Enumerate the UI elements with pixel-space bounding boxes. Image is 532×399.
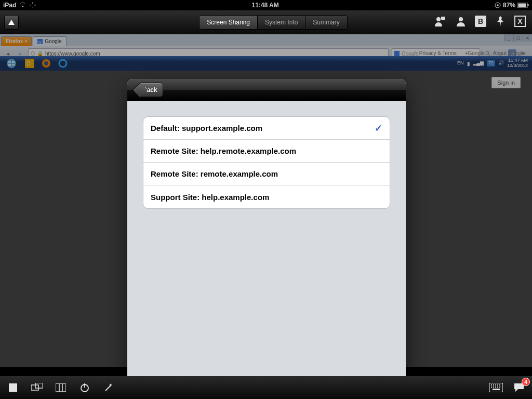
close-x-button[interactable]: X (514, 16, 526, 27)
site-row-default[interactable]: Default: support.example.com ✓ (143, 117, 390, 140)
keyboard-icon[interactable] (489, 381, 503, 394)
svg-rect-41 (495, 387, 496, 388)
battery-icon (517, 3, 529, 8)
svg-rect-2 (30, 5, 31, 5)
person-icon[interactable] (454, 15, 468, 28)
back-button[interactable]: Back (139, 83, 163, 97)
svg-rect-24 (9, 383, 17, 392)
tab-summary[interactable]: Summary (305, 16, 347, 29)
site-row-remote-help[interactable]: Remote Site: help.remote.example.com (143, 140, 390, 163)
app-top-toolbar: Screen Sharing System Info Summary B X (0, 10, 532, 34)
svg-rect-7 (518, 4, 526, 7)
site-row-support-help[interactable]: Support Site: help.example.com (143, 185, 390, 208)
view-segmented-control: Screen Sharing System Info Summary (199, 15, 347, 30)
chat-icon[interactable] (512, 381, 526, 394)
loading-spinner-icon (30, 2, 36, 8)
svg-rect-0 (33, 2, 33, 4)
svg-rect-36 (495, 384, 496, 385)
svg-rect-40 (493, 387, 494, 388)
svg-rect-43 (499, 387, 500, 388)
svg-rect-5 (497, 5, 498, 6)
svg-rect-1 (33, 7, 33, 8)
power-icon[interactable] (78, 381, 91, 394)
svg-rect-38 (499, 384, 500, 385)
pin-icon[interactable] (494, 15, 507, 28)
svg-rect-35 (493, 384, 494, 385)
site-row-label: Support Site: help.example.com (151, 193, 269, 202)
site-row-label: Default: support.example.com (151, 124, 262, 132)
svg-point-9 (436, 17, 441, 21)
bold-b-button[interactable]: B (475, 16, 486, 27)
screens-icon[interactable] (30, 381, 44, 394)
svg-rect-27 (56, 383, 66, 392)
svg-point-11 (459, 17, 463, 21)
site-row-remote[interactable]: Remote Site: remote.example.com (143, 163, 390, 185)
svg-line-32 (105, 385, 111, 391)
wifi-icon (19, 3, 26, 8)
svg-rect-42 (497, 387, 498, 388)
svg-rect-25 (31, 385, 38, 390)
battery-percent: 87% (503, 2, 515, 9)
site-list: Default: support.example.com ✓ Remote Si… (143, 116, 390, 209)
columns-icon[interactable] (54, 381, 68, 394)
orientation-lock-icon (495, 2, 501, 8)
svg-rect-39 (491, 387, 492, 388)
stop-icon[interactable] (6, 381, 20, 394)
status-time: 11:48 AM (36, 2, 495, 9)
svg-rect-44 (493, 389, 500, 390)
tab-screen-sharing[interactable]: Screen Sharing (200, 16, 258, 29)
svg-rect-8 (528, 4, 529, 6)
person-tag-icon[interactable] (433, 15, 447, 28)
device-label: iPad (3, 2, 16, 9)
svg-rect-26 (35, 383, 43, 388)
site-row-label: Remote Site: help.remote.example.com (151, 147, 296, 155)
tab-system-info[interactable]: System Info (258, 16, 305, 29)
svg-rect-37 (497, 384, 498, 385)
site-row-label: Remote Site: remote.example.com (151, 169, 278, 178)
wand-icon[interactable] (102, 381, 115, 394)
app-bottom-toolbar (0, 376, 532, 399)
checkmark-icon: ✓ (375, 123, 382, 134)
svg-rect-34 (491, 384, 492, 385)
ios-status-bar: iPad 11:48 AM 87% (0, 0, 532, 10)
menu-button[interactable] (4, 15, 19, 30)
remote-screen-area: Firefox▾ g Google _ ☐ ✕ ◄ ► 🔒 https://ww… (0, 34, 532, 367)
site-selection-modal: Back Default: support.example.com ✓ Remo… (127, 79, 406, 398)
modal-header: Back (127, 79, 406, 101)
svg-rect-10 (441, 17, 445, 20)
